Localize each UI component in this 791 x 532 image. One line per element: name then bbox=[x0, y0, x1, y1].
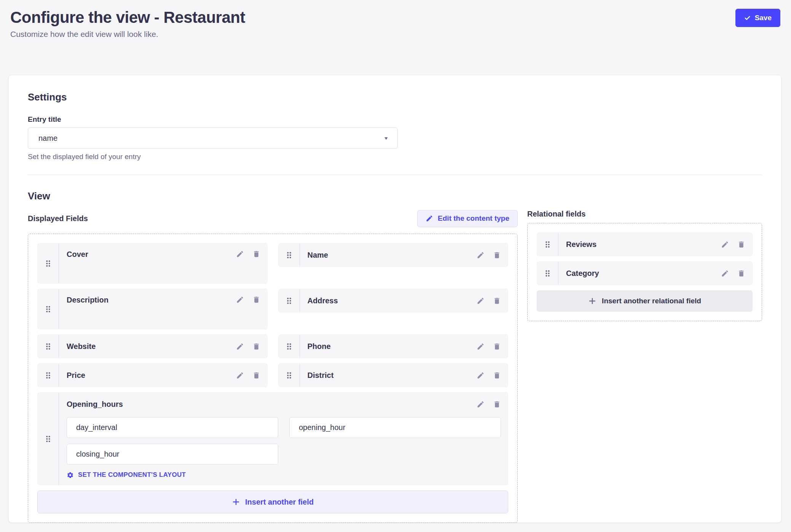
edit-field-button[interactable] bbox=[236, 371, 244, 379]
subfield-closing-hour[interactable]: closing_hour bbox=[67, 444, 278, 465]
insert-another-field-button[interactable]: Insert another field bbox=[37, 491, 508, 513]
drag-handle[interactable] bbox=[38, 364, 59, 387]
edit-field-button[interactable] bbox=[236, 342, 244, 350]
displayed-fields-column: Displayed Fields Edit the content type C… bbox=[28, 210, 518, 523]
trash-icon bbox=[493, 251, 501, 259]
delete-field-button[interactable] bbox=[493, 297, 501, 305]
pencil-icon bbox=[477, 297, 485, 305]
trash-icon bbox=[737, 269, 745, 277]
edit-content-type-button[interactable]: Edit the content type bbox=[417, 210, 518, 227]
drag-dots-icon bbox=[46, 435, 51, 443]
drag-dots-icon bbox=[46, 260, 51, 267]
fields-row: Price District bbox=[37, 363, 508, 387]
drag-dots-icon bbox=[287, 372, 292, 379]
entry-title-hint: Set the displayed field of your entry bbox=[28, 153, 762, 161]
delete-field-button[interactable] bbox=[493, 251, 501, 259]
delete-field-button[interactable] bbox=[252, 342, 260, 350]
drag-handle[interactable] bbox=[279, 244, 300, 266]
field-card-cover: Cover bbox=[37, 243, 268, 284]
edit-field-button[interactable] bbox=[721, 241, 729, 248]
drag-handle[interactable] bbox=[38, 335, 59, 358]
field-card-district: District bbox=[278, 363, 509, 387]
trash-icon bbox=[493, 342, 501, 350]
trash-icon bbox=[737, 241, 745, 248]
pencil-icon bbox=[477, 371, 485, 379]
relational-fields-label: Relational fields bbox=[527, 210, 585, 218]
plus-icon bbox=[232, 498, 240, 506]
drag-handle[interactable] bbox=[279, 335, 300, 358]
drag-handle[interactable] bbox=[279, 289, 300, 312]
edit-field-button[interactable] bbox=[477, 251, 485, 259]
trash-icon bbox=[252, 250, 260, 258]
field-card-description: Description bbox=[37, 289, 268, 329]
edit-field-button[interactable] bbox=[477, 342, 485, 350]
displayed-fields-dropzone: Cover Name bbox=[28, 234, 518, 523]
delete-field-button[interactable] bbox=[252, 250, 260, 258]
edit-field-button[interactable] bbox=[236, 296, 244, 304]
entry-title-label: Entry title bbox=[28, 115, 762, 124]
chevron-down-icon: ▼ bbox=[383, 136, 389, 140]
trash-icon bbox=[252, 296, 260, 304]
drag-handle[interactable] bbox=[38, 244, 59, 283]
field-label: Phone bbox=[308, 342, 331, 351]
delete-field-button[interactable] bbox=[737, 269, 745, 277]
entry-title-select[interactable]: name ▼ bbox=[28, 127, 398, 149]
relational-field-label: Reviews bbox=[566, 240, 596, 249]
pencil-icon bbox=[236, 250, 244, 258]
insert-another-relational-field-button[interactable]: Insert another relational field bbox=[537, 290, 753, 312]
delete-field-button[interactable] bbox=[252, 371, 260, 379]
drag-dots-icon bbox=[46, 306, 51, 313]
pencil-icon bbox=[477, 400, 485, 408]
field-label: Name bbox=[308, 251, 328, 260]
check-icon bbox=[744, 15, 751, 21]
pencil-icon bbox=[236, 342, 244, 350]
set-component-layout-label: SET THE COMPONENT'S LAYOUT bbox=[78, 471, 186, 479]
field-label: Address bbox=[308, 296, 338, 305]
drag-handle[interactable] bbox=[537, 262, 558, 285]
field-card-phone: Phone bbox=[278, 334, 509, 358]
plus-icon bbox=[588, 297, 596, 305]
subfield-opening-hour[interactable]: opening_hour bbox=[289, 417, 501, 438]
drag-dots-icon bbox=[545, 241, 550, 248]
delete-field-button[interactable] bbox=[493, 342, 501, 350]
subfield-label: opening_hour bbox=[299, 423, 345, 432]
trash-icon bbox=[493, 371, 501, 379]
drag-handle[interactable] bbox=[38, 289, 59, 329]
content-card: Settings Entry title name ▼ Set the disp… bbox=[9, 75, 781, 522]
gear-icon bbox=[67, 471, 74, 479]
set-component-layout-link[interactable]: SET THE COMPONENT'S LAYOUT bbox=[67, 471, 501, 479]
save-button-label: Save bbox=[755, 14, 772, 22]
subfield-label: day_interval bbox=[76, 423, 117, 432]
field-card-address: Address bbox=[278, 289, 509, 312]
save-button[interactable]: Save bbox=[735, 9, 780, 27]
trash-icon bbox=[252, 342, 260, 350]
drag-handle[interactable] bbox=[279, 364, 300, 387]
drag-handle[interactable] bbox=[38, 393, 59, 485]
delete-field-button[interactable] bbox=[252, 296, 260, 304]
edit-field-button[interactable] bbox=[477, 400, 485, 408]
drag-dots-icon bbox=[545, 270, 550, 277]
pencil-icon bbox=[426, 215, 433, 222]
component-card-opening-hours: Opening_hours day_interval opening_hour bbox=[37, 392, 508, 485]
delete-field-button[interactable] bbox=[493, 371, 501, 379]
edit-field-button[interactable] bbox=[477, 371, 485, 379]
delete-field-button[interactable] bbox=[493, 400, 501, 408]
trash-icon bbox=[493, 297, 501, 305]
edit-field-button[interactable] bbox=[236, 250, 244, 258]
displayed-fields-label: Displayed Fields bbox=[28, 214, 88, 223]
view-heading: View bbox=[28, 190, 762, 202]
fields-row: Description Address bbox=[37, 289, 508, 329]
page-header: Configure the view - Restaurant Customiz… bbox=[0, 0, 791, 75]
drag-dots-icon bbox=[287, 252, 292, 259]
delete-field-button[interactable] bbox=[737, 241, 745, 248]
trash-icon bbox=[252, 371, 260, 379]
view-section: View Displayed Fields Edit the content t… bbox=[28, 190, 762, 523]
displayed-fields-header: Displayed Fields Edit the content type bbox=[28, 210, 518, 227]
component-subfields: day_interval opening_hour closing_hour bbox=[67, 417, 501, 465]
edit-field-button[interactable] bbox=[477, 297, 485, 305]
page-title: Configure the view - Restaurant bbox=[10, 8, 780, 27]
trash-icon bbox=[493, 400, 501, 408]
drag-handle[interactable] bbox=[537, 233, 558, 256]
subfield-day-interval[interactable]: day_interval bbox=[67, 417, 278, 438]
edit-field-button[interactable] bbox=[721, 269, 729, 277]
